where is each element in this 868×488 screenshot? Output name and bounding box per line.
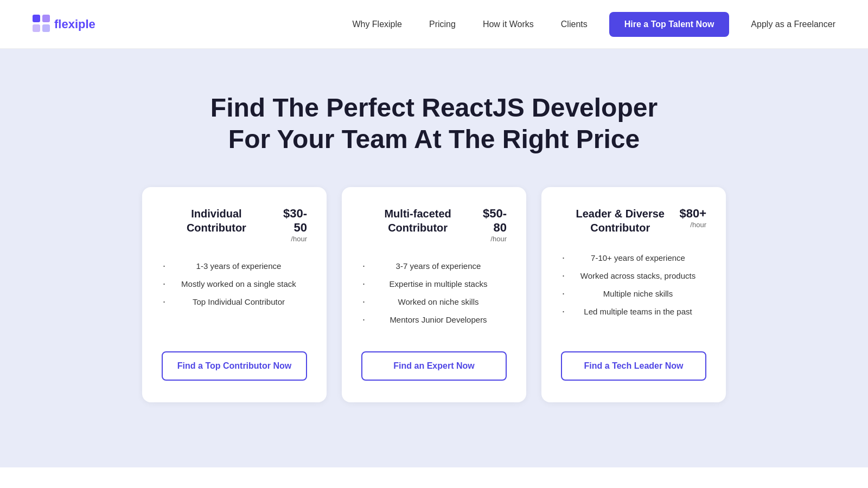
nav-why-flexiple[interactable]: Why Flexiple: [352, 20, 402, 29]
pricing-cards-container: Individual Contributor $30-50 /hour 1-3 …: [33, 187, 835, 435]
find-expert-button[interactable]: Find an Expert Now: [361, 351, 507, 381]
card-features-multifaceted: 3-7 years of experience Expertise in mul…: [361, 260, 507, 332]
card-title-leader: Leader & Diverse Contributor: [561, 207, 679, 235]
feature-multifaceted-3: Worked on niche skills: [361, 296, 507, 307]
find-contributor-button[interactable]: Find a Top Contributor Now: [162, 351, 307, 381]
card-price-individual: $30-50: [271, 207, 307, 235]
card-unit-individual: /hour: [271, 235, 307, 243]
hero-title-line2: For Your Team At The Right Price: [228, 125, 640, 153]
hero-title: Find The Perfect ReactJS Developer For Y…: [33, 92, 835, 155]
logo-text: flexiple: [54, 17, 95, 31]
pricing-card-multifaceted: Multi-faceted Contributor $50-80 /hour 3…: [342, 187, 526, 402]
card-price-leader: $80+: [679, 207, 706, 221]
card-price-block-individual: $30-50 /hour: [271, 207, 307, 243]
hero-title-line1: Find The Perfect ReactJS Developer: [210, 93, 658, 122]
feature-individual-3: Top Individual Contributor: [162, 296, 307, 307]
lower-section: [0, 467, 868, 488]
card-unit-leader: /hour: [679, 221, 706, 229]
feature-individual-1: 1-3 years of experience: [162, 260, 307, 272]
card-header-individual: Individual Contributor $30-50 /hour: [162, 207, 307, 243]
card-title-individual: Individual Contributor: [162, 207, 271, 235]
feature-multifaceted-1: 3-7 years of experience: [361, 260, 507, 272]
flexiple-logo-icon: [33, 15, 50, 34]
feature-leader-1: 7-10+ years of experience: [561, 252, 706, 264]
card-price-block-leader: $80+ /hour: [679, 207, 706, 229]
card-features-leader: 7-10+ years of experience Worked across …: [561, 252, 706, 332]
svg-rect-3: [42, 24, 50, 32]
apply-freelancer-link[interactable]: Apply as a Freelancer: [751, 20, 835, 29]
card-features-individual: 1-3 years of experience Mostly worked on…: [162, 260, 307, 332]
nav-pricing[interactable]: Pricing: [429, 20, 456, 29]
feature-leader-3: Multiple niche skills: [561, 288, 706, 299]
feature-multifaceted-2: Expertise in multiple stacks: [361, 278, 507, 290]
card-price-multifaceted: $50-80: [474, 207, 507, 235]
logo[interactable]: flexiple: [33, 15, 95, 34]
find-tech-leader-button[interactable]: Find a Tech Leader Now: [561, 351, 706, 381]
feature-leader-4: Led multiple teams in the past: [561, 306, 706, 317]
navbar: flexiple Why Flexiple Pricing How it Wor…: [0, 0, 868, 49]
card-price-block-multifaceted: $50-80 /hour: [474, 207, 507, 243]
card-unit-multifaceted: /hour: [474, 235, 507, 243]
pricing-card-individual: Individual Contributor $30-50 /hour 1-3 …: [142, 187, 327, 402]
svg-rect-2: [33, 24, 40, 32]
feature-individual-2: Mostly worked on a single stack: [162, 278, 307, 290]
card-header-multifaceted: Multi-faceted Contributor $50-80 /hour: [361, 207, 507, 243]
feature-multifaceted-4: Mentors Junior Developers: [361, 314, 507, 325]
hire-talent-button[interactable]: Hire a Top Talent Now: [609, 12, 730, 37]
nav-clients[interactable]: Clients: [561, 20, 588, 29]
card-header-leader: Leader & Diverse Contributor $80+ /hour: [561, 207, 706, 235]
pricing-card-leader: Leader & Diverse Contributor $80+ /hour …: [541, 187, 726, 402]
hero-section: Find The Perfect ReactJS Developer For Y…: [0, 49, 868, 467]
nav-links: Why Flexiple Pricing How it Works Client…: [352, 20, 587, 29]
svg-rect-0: [33, 15, 40, 22]
card-title-multifaceted: Multi-faceted Contributor: [361, 207, 474, 235]
nav-how-it-works[interactable]: How it Works: [483, 20, 534, 29]
feature-leader-2: Worked across stacks, products: [561, 270, 706, 281]
svg-rect-1: [42, 15, 50, 22]
